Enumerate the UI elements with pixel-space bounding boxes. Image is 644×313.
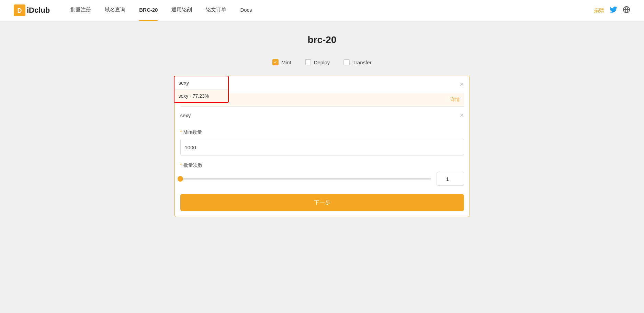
nav-inscription-order[interactable]: 铭文订单 (206, 7, 226, 14)
dropdown-suggestion: sexy - 77.23% (174, 76, 229, 103)
second-input-row: ✕ (180, 107, 464, 124)
batch-count-input[interactable] (437, 172, 464, 186)
svg-text:D: D (18, 7, 22, 14)
mint-count-required: * (180, 129, 182, 135)
twitter-icon[interactable] (610, 6, 617, 15)
token-name-input[interactable] (180, 112, 460, 118)
slider-container[interactable] (180, 175, 431, 182)
second-clear-icon[interactable]: ✕ (460, 112, 464, 119)
nav-common-inscription[interactable]: 通用铭刻 (171, 7, 192, 14)
suggestion-item-label: sexy - 77.23% (179, 93, 209, 99)
mint-checkbox[interactable] (272, 59, 279, 65)
nav-batch-register[interactable]: 批量注册 (70, 7, 91, 14)
mint-count-label: * Mint数量 (180, 129, 464, 136)
page-title: brc-20 (174, 34, 470, 45)
main-content: brc-20 Mint Deploy Transfer sexy - 77.23… (168, 21, 477, 231)
transfer-checkbox[interactable] (343, 59, 350, 65)
nav-docs[interactable]: Docs (240, 7, 252, 14)
mint-count-input[interactable] (180, 139, 464, 155)
header-right: 捐赠 (594, 6, 630, 15)
suggestion-search-input[interactable] (179, 80, 224, 86)
nav-brc20[interactable]: BRC-20 (139, 7, 158, 14)
tab-deploy[interactable]: Deploy (305, 59, 330, 65)
logo-icon: D (14, 4, 25, 16)
suggestion-input-row (174, 76, 228, 90)
slider-row (180, 172, 464, 186)
slider-thumb[interactable] (178, 176, 183, 182)
logo-text: iDclub (27, 6, 50, 15)
deploy-label: Deploy (314, 60, 330, 65)
detail-link[interactable]: 详情 (450, 97, 460, 103)
transfer-label: Transfer (352, 60, 371, 65)
next-button[interactable]: 下一步 (180, 194, 464, 211)
suggestion-item[interactable]: sexy - 77.23% (174, 90, 228, 102)
mint-count-row: * Mint数量 (180, 124, 464, 157)
batch-count-label: * 批量次数 (180, 162, 464, 169)
first-clear-icon[interactable]: ✕ (460, 81, 464, 88)
header: D iDclub 批量注册 域名查询 BRC-20 通用铭刻 铭文订单 Docs… (0, 0, 644, 21)
type-tabs: Mint Deploy Transfer (174, 59, 470, 65)
deploy-checkbox[interactable] (305, 59, 311, 65)
tab-transfer[interactable]: Transfer (343, 59, 371, 65)
batch-count-row: * 批量次数 (180, 157, 464, 187)
tab-mint[interactable]: Mint (272, 59, 291, 65)
logo[interactable]: D iDclub (14, 4, 50, 16)
main-nav: 批量注册 域名查询 BRC-20 通用铭刻 铭文订单 Docs (70, 7, 594, 14)
nav-domain-query[interactable]: 域名查询 (105, 7, 125, 14)
slider-track (180, 178, 431, 180)
donate-link[interactable]: 捐赠 (594, 7, 604, 14)
mint-label: Mint (281, 60, 291, 65)
globe-icon[interactable] (623, 6, 630, 15)
